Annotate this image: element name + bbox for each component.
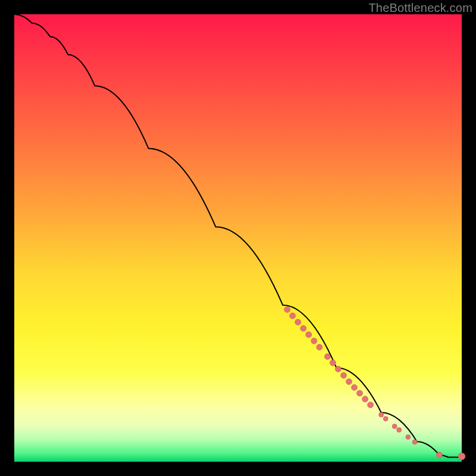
data-point bbox=[406, 435, 411, 440]
chart-stage: TheBottleneck.com bbox=[0, 0, 476, 476]
data-point bbox=[352, 384, 358, 390]
data-point bbox=[392, 424, 397, 429]
plot-area bbox=[14, 14, 462, 462]
data-point bbox=[295, 319, 301, 325]
watermark-text: TheBottleneck.com bbox=[368, 1, 472, 15]
data-point bbox=[284, 306, 290, 312]
data-point bbox=[317, 345, 322, 350]
data-point bbox=[300, 325, 306, 331]
data-point bbox=[379, 412, 384, 417]
data-point bbox=[357, 390, 363, 396]
data-point bbox=[335, 366, 341, 372]
data-point bbox=[362, 396, 368, 402]
data-point bbox=[412, 440, 417, 444]
data-point bbox=[368, 402, 374, 408]
data-markers bbox=[284, 306, 465, 460]
data-point bbox=[458, 453, 465, 460]
bottleneck-curve bbox=[14, 14, 462, 458]
data-point bbox=[397, 428, 402, 433]
data-point bbox=[311, 338, 317, 344]
chart-svg bbox=[14, 14, 462, 462]
data-point bbox=[306, 331, 312, 337]
data-point bbox=[330, 360, 336, 366]
data-point bbox=[346, 378, 352, 384]
data-point bbox=[341, 372, 347, 378]
data-point bbox=[324, 353, 330, 359]
data-point bbox=[436, 452, 442, 458]
data-point bbox=[290, 313, 296, 319]
data-point bbox=[383, 416, 388, 421]
